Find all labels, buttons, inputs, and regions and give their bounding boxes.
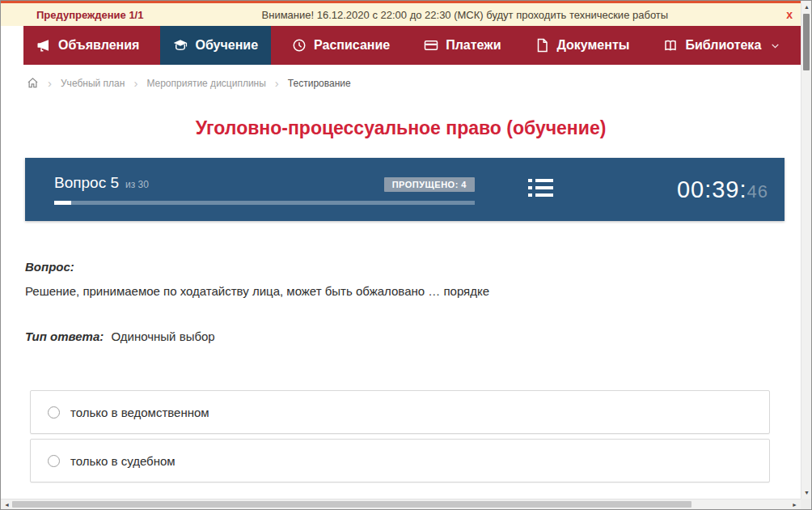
question-number: Вопрос 5 xyxy=(54,174,119,192)
answer-label: только в ведомственном xyxy=(70,406,209,419)
nav-label: Библиотека xyxy=(685,38,761,53)
scroll-right-arrow[interactable]: ► xyxy=(789,499,800,510)
nav-label: Объявления xyxy=(58,38,139,53)
nav-item-schedule[interactable]: Расписание xyxy=(279,26,403,65)
document-icon xyxy=(535,38,549,53)
progress-bar xyxy=(54,201,475,205)
timer-seconds: 46 xyxy=(747,181,768,202)
nav-item-announcements[interactable]: Объявления xyxy=(23,26,152,65)
close-icon[interactable]: x xyxy=(786,9,793,20)
answer-option[interactable]: только в ведомственном xyxy=(30,390,770,434)
scrollbar-corner xyxy=(801,499,811,509)
page-title: Уголовно-процессуальное право (обучение) xyxy=(1,117,801,139)
scroll-up-arrow[interactable]: ▲ xyxy=(801,2,812,12)
breadcrumb-link-discipline-event[interactable]: Мероприятие дисциплины xyxy=(146,78,265,89)
question-label: Вопрос: xyxy=(25,260,776,274)
answer-label: только в судебном xyxy=(70,454,176,468)
nav-item-payments[interactable]: Платежи xyxy=(411,26,514,65)
home-icon[interactable] xyxy=(27,77,39,89)
chevron-right-icon: › xyxy=(133,77,137,89)
nav-label: Платежи xyxy=(446,38,501,53)
timer: 00:39:46 xyxy=(677,176,768,203)
answer-type-label: Тип ответа: xyxy=(25,329,104,343)
scroll-down-arrow[interactable]: ▼ xyxy=(801,487,812,498)
question-total: из 30 xyxy=(125,179,149,190)
page-content: Предупреждение 1/1 Внимание! 16.12.2020 … xyxy=(1,1,801,499)
progress-bar-fill xyxy=(54,201,71,205)
vertical-scrollbar-thumb[interactable] xyxy=(803,14,810,70)
nav-item-library[interactable]: Библиотека xyxy=(650,26,793,65)
nav-item-documents[interactable]: Документы xyxy=(522,26,642,65)
breadcrumb-current-testing: Тестирование xyxy=(288,78,351,89)
question-list-button[interactable] xyxy=(528,177,553,202)
megaphone-icon xyxy=(36,38,51,53)
chevron-right-icon: › xyxy=(275,77,279,89)
horizontal-scrollbar-thumb[interactable] xyxy=(12,501,691,508)
warning-label: Предупреждение 1/1 xyxy=(36,9,143,21)
nav-item-learning[interactable]: Обучение xyxy=(160,26,271,65)
question-list-icon xyxy=(528,177,553,202)
question-body: Вопрос: Решение, принимаемое по ходатайс… xyxy=(25,260,776,343)
clock-icon xyxy=(292,38,307,53)
warning-bar: Предупреждение 1/1 Внимание! 16.12.2020 … xyxy=(1,1,801,26)
graduation-cap-icon xyxy=(173,38,188,53)
question-panel: Вопрос 5 из 30 ПРОПУЩЕНО: 4 00:39:46 xyxy=(25,158,785,221)
vertical-scrollbar[interactable]: ▲ ▼ xyxy=(801,1,811,499)
book-icon xyxy=(663,38,678,53)
main-nav: Объявления Обучение Расписание Платежи xyxy=(23,26,801,65)
payment-card-icon xyxy=(424,38,438,53)
nav-label: Обучение xyxy=(195,38,258,53)
scroll-left-arrow[interactable]: ◄ xyxy=(2,499,12,510)
chevron-down-icon xyxy=(768,40,780,51)
warning-message: Внимание! 16.12.2020 с 22:00 до 22:30 (М… xyxy=(143,9,786,21)
browser-viewport: Предупреждение 1/1 Внимание! 16.12.2020 … xyxy=(0,0,812,510)
question-text: Решение, принимаемое по ходатайству лица… xyxy=(25,283,776,300)
breadcrumb-link-study-plan[interactable]: Учебный план xyxy=(61,78,125,89)
breadcrumb: › Учебный план › Мероприятие дисциплины … xyxy=(27,77,801,89)
question-progress-block: Вопрос 5 из 30 ПРОПУЩЕНО: 4 xyxy=(54,174,475,205)
answer-options: только в ведомственном только в судебном xyxy=(30,390,770,482)
radio-button[interactable] xyxy=(48,406,60,419)
nav-label: Расписание xyxy=(314,38,390,53)
answer-type-value: Одиночный выбор xyxy=(111,329,214,343)
radio-button[interactable] xyxy=(48,455,60,467)
answer-option[interactable]: только в судебном xyxy=(30,439,770,482)
timer-minutes: 00:39: xyxy=(677,176,747,202)
chevron-right-icon: › xyxy=(48,77,52,89)
nav-label: Документы xyxy=(556,38,629,53)
horizontal-scrollbar[interactable]: ◄ ► xyxy=(1,499,801,509)
skipped-badge: ПРОПУЩЕНО: 4 xyxy=(384,177,475,192)
